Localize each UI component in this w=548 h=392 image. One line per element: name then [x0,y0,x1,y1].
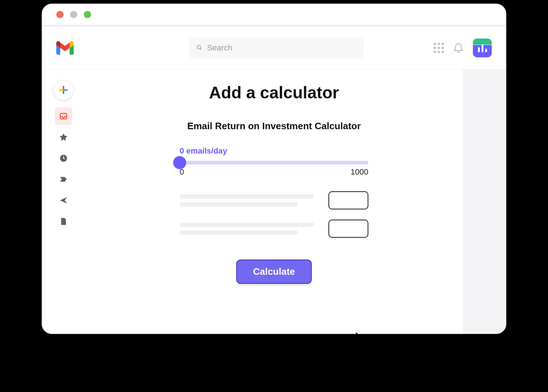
sidebar-item-important[interactable] [55,171,72,188]
compose-button[interactable] [53,80,74,100]
slider-thumb[interactable] [173,156,186,169]
search-box[interactable] [189,38,363,58]
sidebar-item-sent[interactable] [55,192,72,209]
emails-per-day-slider: 0 emails/day 0 1000 [180,146,368,177]
extension-app-badge-icon[interactable] [473,38,492,57]
sidebar [42,70,85,334]
sidebar-item-starred[interactable] [55,128,72,146]
search-icon [196,44,203,52]
sidebar-item-snoozed[interactable] [55,150,72,167]
input-rows [180,191,368,238]
calculate-button[interactable]: Calculate [236,260,312,284]
input-row-1 [180,191,368,209]
apps-grid-icon[interactable] [434,43,444,53]
slider-range-labels: 0 1000 [180,167,368,177]
content-card: Add a calculator Email Return on Investm… [85,70,463,334]
body-area: Add a calculator Email Return on Investm… [42,70,506,334]
plus-icon [60,86,68,94]
sidebar-item-drafts[interactable] [55,213,72,230]
input-row-2 [180,220,368,238]
sidebar-item-inbox[interactable] [55,107,72,125]
app-window: Add a calculator Email Return on Investm… [42,4,506,334]
row2-label-placeholder [180,222,314,235]
slider-track[interactable] [180,161,368,164]
right-gutter [463,70,506,334]
notifications-bell-icon[interactable] [453,41,464,54]
window-titlebar [42,4,506,25]
svg-line-1 [200,48,202,50]
row1-label-placeholder [180,194,314,207]
cursor-pointer-icon [354,331,376,334]
slider-value-label: 0 emails/day [180,146,368,156]
window-minimize-dot[interactable] [70,11,77,18]
calculator-subtitle: Email Return on Investment Calculator [100,121,448,132]
window-zoom-dot[interactable] [84,11,91,18]
search-input[interactable] [207,43,356,53]
slider-max-label: 1000 [351,167,368,177]
svg-point-0 [197,45,201,49]
gmail-logo-icon[interactable] [56,41,74,55]
page-title: Add a calculator [100,83,448,102]
row2-input[interactable] [328,220,368,238]
window-close-dot[interactable] [56,11,64,18]
content-shell: Add a calculator Email Return on Investm… [85,70,463,334]
row1-input[interactable] [328,191,368,209]
topbar [42,26,506,70]
